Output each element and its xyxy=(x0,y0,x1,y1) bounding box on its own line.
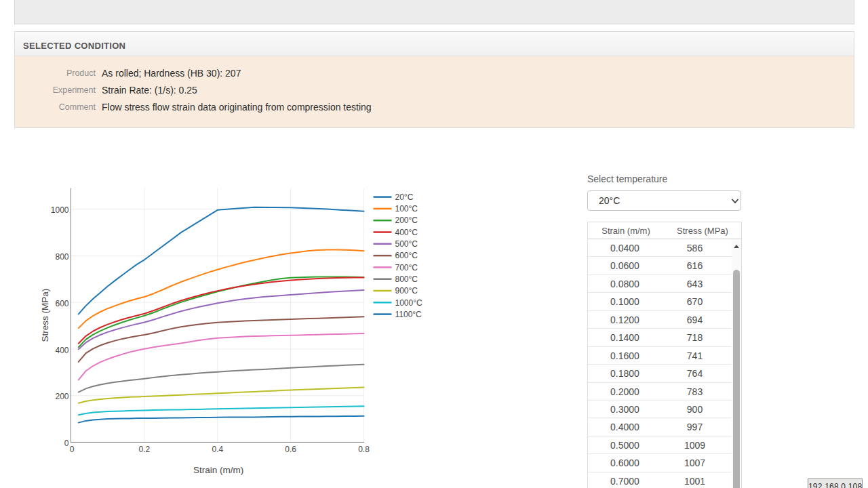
svg-text:0.6: 0.6 xyxy=(285,445,296,454)
svg-text:20°C: 20°C xyxy=(395,192,414,202)
svg-text:800°C: 800°C xyxy=(395,274,418,284)
svg-text:800: 800 xyxy=(55,252,68,262)
svg-text:0.8: 0.8 xyxy=(358,445,370,454)
svg-text:0.2: 0.2 xyxy=(139,445,151,454)
svg-text:0.4: 0.4 xyxy=(212,445,223,454)
svg-text:700°C: 700°C xyxy=(395,263,418,272)
svg-text:1000°C: 1000°C xyxy=(395,298,422,308)
svg-text:1000: 1000 xyxy=(51,205,69,215)
svg-text:0: 0 xyxy=(70,445,75,454)
svg-text:900°C: 900°C xyxy=(395,286,418,296)
svg-text:Strain (m/m): Strain (m/m) xyxy=(193,465,243,475)
svg-text:1100°C: 1100°C xyxy=(395,310,422,319)
svg-text:200°C: 200°C xyxy=(395,216,418,225)
svg-text:600°C: 600°C xyxy=(395,251,418,260)
svg-text:500°C: 500°C xyxy=(395,239,418,249)
svg-text:0: 0 xyxy=(64,439,69,448)
svg-text:400°C: 400°C xyxy=(395,228,418,237)
svg-text:Stress (MPa): Stress (MPa) xyxy=(40,289,50,342)
svg-text:100°C: 100°C xyxy=(395,204,418,214)
svg-text:600: 600 xyxy=(55,299,68,308)
svg-text:200: 200 xyxy=(55,392,68,401)
svg-text:400: 400 xyxy=(55,346,68,355)
